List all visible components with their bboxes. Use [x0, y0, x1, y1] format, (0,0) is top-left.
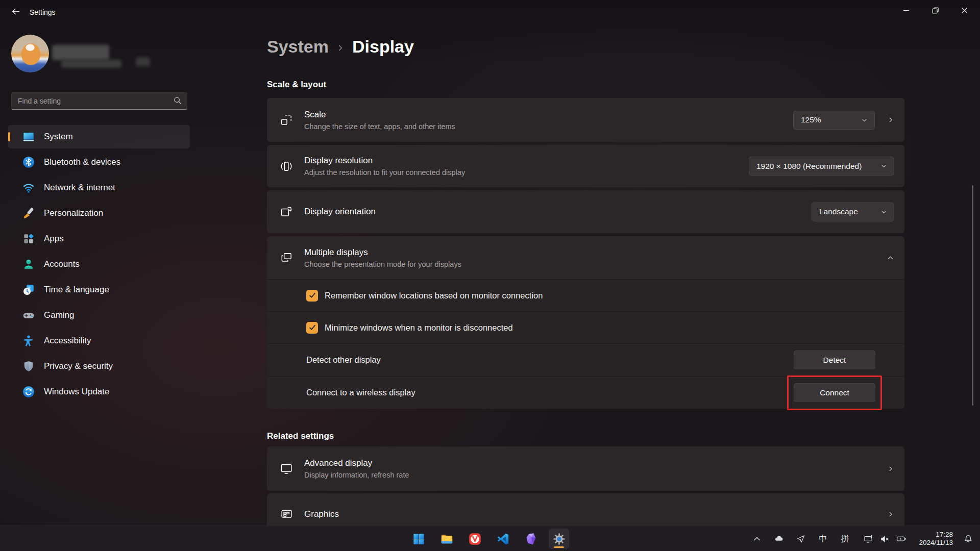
remember-window-locations-label: Remember window locations based on monit… [325, 291, 543, 300]
accessibility-person-icon [21, 334, 35, 348]
sidebar-item-system[interactable]: System [8, 125, 190, 148]
resolution-dropdown[interactable]: 980 × 551 (Recommended) [749, 157, 894, 176]
sidebar-item-label: Windows Update [44, 387, 110, 397]
detect-button[interactable]: Detect [794, 350, 875, 370]
file-explorer-button[interactable] [436, 529, 457, 549]
search-input[interactable] [18, 97, 173, 105]
minimize-button[interactable] [892, 0, 921, 20]
search-box[interactable] [11, 92, 187, 110]
clock-language-icon [21, 283, 35, 297]
resolution-icon [280, 159, 293, 173]
page-title: Display [352, 37, 414, 57]
folder-icon [440, 532, 454, 546]
obsidian-button[interactable] [521, 529, 541, 549]
restore-button[interactable] [921, 0, 950, 20]
advanced-display-row[interactable]: Advanced display Display information, re… [267, 446, 904, 491]
notifications-bell-icon[interactable] [962, 532, 975, 545]
scale-dropdown[interactable]: 125% [793, 111, 875, 130]
quick-settings-button[interactable] [860, 531, 910, 546]
sidebar-item-label: Accounts [44, 259, 80, 269]
gear-icon [552, 532, 566, 546]
remember-window-locations-checkbox[interactable] [306, 290, 318, 302]
orientation-text: Display orientation [304, 207, 376, 217]
checkmark-icon [308, 291, 316, 299]
system-icon [21, 130, 35, 144]
back-button[interactable] [7, 5, 23, 20]
start-button[interactable] [408, 529, 429, 549]
windows-logo-icon [412, 532, 426, 546]
update-icon [21, 385, 35, 399]
battery-charging-icon [896, 533, 907, 544]
checkmark-icon [308, 323, 316, 332]
settings-app-button[interactable] [549, 529, 569, 549]
obsidian-crystal-icon [524, 532, 538, 546]
scale-text: Scale Change the size of text, apps, and… [304, 110, 455, 131]
sidebar-item-gaming[interactable]: Gaming [8, 304, 190, 327]
multiple-displays-title: Multiple displays [304, 247, 461, 258]
sidebar-item-network-internet[interactable]: Network & internet [8, 176, 190, 199]
sidebar-item-time-language[interactable]: Time & language [8, 278, 190, 302]
connect-wireless-display-row: Connect to a wireless display Connect [267, 376, 904, 409]
scale-row[interactable]: Scale Change the size of text, apps, and… [267, 98, 904, 142]
redacted-email [61, 60, 121, 68]
connect-button[interactable]: Connect [794, 383, 875, 403]
app-title: Settings [30, 8, 56, 16]
advanced-display-icon [280, 462, 293, 475]
taskbar-clock[interactable]: 17:28 2024/11/13 [919, 531, 953, 547]
clock-time: 17:28 [919, 531, 953, 539]
graphics-text: Graphics [304, 509, 339, 519]
sidebar-item-personalization[interactable]: Personalization [8, 202, 190, 225]
scrollbar-thumb[interactable] [972, 185, 973, 406]
system-tray: 中 拼 17:28 2024/11/13 [750, 526, 975, 551]
minimize-windows-checkbox[interactable] [306, 322, 318, 334]
orientation-dropdown[interactable]: Landscape [812, 203, 894, 221]
orientation-icon [280, 205, 293, 219]
settings-window: Settings [0, 0, 980, 551]
titlebar: Settings [0, 0, 980, 24]
close-button[interactable] [950, 0, 979, 20]
multiple-displays-icon [280, 251, 293, 265]
gamepad-icon [21, 309, 35, 322]
language-indicator[interactable]: 中 [816, 532, 829, 545]
sidebar-item-accessibility[interactable]: Accessibility [8, 329, 190, 353]
resolution-subtitle: Adjust the resolution to fit your connec… [304, 168, 465, 177]
remember-window-locations-row: Remember window locations based on monit… [267, 279, 904, 311]
sidebar-item-label: Accessibility [44, 336, 91, 346]
sidebar-item-windows-update[interactable]: Windows Update [8, 380, 190, 404]
sidebar-item-label: Network & internet [44, 183, 115, 193]
connect-wireless-display-label: Connect to a wireless display [306, 388, 415, 397]
advanced-display-subtitle: Display information, refresh rate [304, 471, 409, 479]
vscode-icon [496, 532, 510, 546]
sidebar-item-bluetooth-devices[interactable]: Bluetooth & devices [8, 151, 190, 174]
apps-icon [21, 232, 35, 246]
chevron-right-icon[interactable] [887, 116, 894, 123]
advanced-display-title: Advanced display [304, 458, 409, 468]
sidebar-nav: System Bluetooth & devices Network & int… [8, 125, 190, 406]
breadcrumb-system-link[interactable]: System [267, 37, 329, 57]
user-avatar[interactable] [11, 35, 49, 72]
active-app-indicator [554, 546, 564, 548]
location-arrow-icon[interactable] [794, 532, 807, 545]
vscode-button[interactable] [493, 529, 513, 549]
resolution-text: Display resolution Adjust the resolution… [304, 156, 465, 177]
vivaldi-button[interactable] [464, 529, 485, 549]
resolution-value: 980 × 551 (Recommended) [756, 162, 862, 171]
onedrive-icon[interactable] [772, 532, 786, 545]
hidden-icons-chevron[interactable] [750, 532, 764, 545]
graphics-title: Graphics [304, 509, 339, 519]
paintbrush-icon [21, 207, 35, 220]
chevron-up-icon[interactable] [887, 254, 894, 262]
wifi-icon [21, 181, 35, 195]
display-resolution-row: Display resolution Adjust the resolution… [267, 145, 904, 187]
scale-layout-header: Scale & layout [267, 80, 326, 90]
ime-mode-indicator[interactable]: 拼 [838, 532, 851, 545]
sidebar-item-accounts[interactable]: Accounts [8, 253, 190, 276]
minimize-windows-label: Minimize windows when a monitor is disco… [325, 323, 513, 333]
sidebar-item-apps[interactable]: Apps [8, 227, 190, 251]
sidebar-item-privacy-security[interactable]: Privacy & security [8, 355, 190, 378]
multiple-displays-header[interactable]: Multiple displays Choose the presentatio… [267, 236, 904, 279]
related-settings-header: Related settings [267, 431, 334, 441]
resolution-title: Display resolution [304, 156, 465, 166]
scale-value: 125% [801, 115, 821, 124]
orientation-value: Landscape [819, 207, 858, 216]
